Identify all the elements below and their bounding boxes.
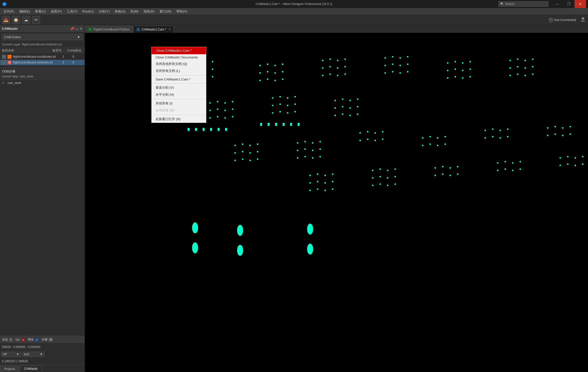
svg-point-215: [449, 167, 451, 169]
svg-point-52: [392, 71, 393, 72]
layer-name-0: flightcontrolboard-roundholes.txt: [13, 55, 63, 58]
tab-projects[interactable]: Projects: [0, 366, 19, 372]
toolbar-btn-4[interactable]: ✏: [32, 16, 40, 24]
ctx-close-others[interactable]: 关闭其他所有文档 (Q): [152, 60, 206, 67]
svg-point-51: [384, 72, 386, 74]
bottom-tabs: Projects CAMtastic: [0, 365, 85, 372]
svg-point-36: [329, 66, 331, 67]
minimize-button[interactable]: —: [551, 0, 563, 8]
svg-point-154: [192, 242, 198, 253]
svg-point-65: [462, 77, 463, 79]
ctx-open-new-window[interactable]: 在新窗口打开 (N): [152, 116, 206, 123]
svg-point-74: [532, 66, 533, 67]
svg-point-219: [449, 175, 451, 176]
svg-point-20: [267, 63, 268, 65]
ctx-merge-all: 合并所有 (M): [152, 107, 206, 114]
avatar-icon: [580, 16, 586, 22]
svg-rect-147: [275, 123, 277, 126]
drc-item[interactable]: Drc ●: [16, 338, 25, 342]
panel-pin-icon[interactable]: 📌: [70, 27, 74, 31]
svg-point-227: [512, 170, 513, 171]
network-item[interactable]: 网络 ≡: [28, 338, 38, 342]
layer-check-1[interactable]: ✓: [2, 60, 6, 64]
svg-point-207: [387, 177, 388, 179]
svg-point-211: [387, 185, 388, 186]
ctx-tile-all[interactable]: 并排所有 (I): [152, 100, 206, 107]
unit-select[interactable]: Inch ▼: [22, 352, 45, 357]
layer-check-0[interactable]: ✓: [2, 55, 6, 59]
menu-place[interactable]: 放置(P): [48, 8, 64, 15]
not-connected-status[interactable]: Not Connected: [549, 18, 576, 22]
menu-analyze[interactable]: 分析(Y): [96, 8, 112, 15]
svg-point-83: [209, 110, 211, 111]
svg-point-45: [399, 57, 401, 59]
steps-item[interactable]: 步骤 ⚙: [42, 338, 53, 342]
svg-point-100: [279, 111, 281, 112]
title-search-box[interactable]: 🔍 Search: [498, 1, 548, 7]
ctx-horizontal-split[interactable]: 水平分割 (H): [152, 91, 206, 98]
menu-tools[interactable]: 工具(T): [64, 8, 80, 15]
ctx-close-cam[interactable]: Close CAMtastic1.Cam *: [152, 47, 206, 54]
svg-point-2: [582, 17, 584, 20]
ctx-vertical-split[interactable]: 垂直分割 (V): [152, 84, 206, 91]
ctx-close-all[interactable]: 关闭所有文档 (L): [152, 67, 206, 74]
svg-point-224: [519, 161, 521, 162]
svg-point-98: [294, 103, 296, 105]
menu-window[interactable]: 窗口(W): [157, 8, 174, 15]
cam-work-item[interactable]: cam_work: [0, 80, 85, 86]
svg-point-81: [224, 102, 226, 104]
menu-help[interactable]: 帮助(H): [174, 8, 190, 15]
window-controls: — ❐ ✕: [551, 0, 586, 8]
toolbar-btn-1[interactable]: 📤: [2, 16, 10, 24]
svg-point-61: [462, 70, 463, 71]
tab-camtastic1[interactable]: C CAMtastic1.Cam * ✕: [133, 26, 174, 33]
svg-point-29: [274, 80, 276, 81]
zoom-value: 0.185530:1.798628: [2, 360, 28, 363]
svg-point-206: [379, 176, 381, 177]
current-layer: Current Layer: flightcontrolboard-slotho…: [0, 42, 85, 47]
tab-flightcontrol[interactable]: P FlightControlBoard.PcbDoc: [85, 26, 133, 33]
info-item[interactable]: 信息 ?: [2, 338, 13, 342]
tab-camtastic[interactable]: CAMtastic: [20, 366, 42, 372]
svg-point-82: [232, 101, 233, 102]
svg-point-189: [309, 175, 311, 176]
svg-point-208: [394, 176, 396, 177]
svg-point-214: [442, 166, 443, 167]
snap-select[interactable]: Off ▼: [1, 352, 21, 357]
svg-point-96: [279, 103, 281, 105]
cam-tab-close-icon[interactable]: ✕: [169, 28, 171, 31]
menu-edit[interactable]: 编辑(E): [17, 8, 33, 15]
user-avatar[interactable]: [580, 16, 586, 23]
svg-point-34: [344, 58, 346, 60]
ctx-save[interactable]: Save CAMtastic1.Cam *: [152, 76, 206, 82]
maximize-button[interactable]: ❐: [563, 0, 574, 8]
toolbar-btn-home[interactable]: 🏠: [12, 16, 20, 24]
svg-rect-145: [260, 123, 262, 126]
toolbar-btn-3[interactable]: ☁: [22, 16, 30, 24]
info-bar: 信息 ? Drc ● 网络 ≡ 步骤 ⚙: [0, 336, 85, 344]
close-button[interactable]: ✕: [574, 0, 586, 8]
panel-close-icon[interactable]: ✕: [80, 27, 83, 31]
layer-row-1[interactable]: ✓ flightcontrolboard-slotholes.txt 2 0: [0, 60, 85, 65]
svg-point-10: [212, 61, 213, 62]
menu-macro[interactable]: 宏(M): [128, 8, 141, 15]
ctx-close-documents[interactable]: Close CAMtastic! Documents: [152, 54, 206, 60]
menu-report[interactable]: 报告(R): [141, 8, 157, 15]
ctx-sep-4: [152, 115, 206, 115]
menu-file[interactable]: 文件(F): [1, 8, 17, 15]
panel-minimize-icon[interactable]: ▭: [75, 27, 79, 31]
svg-point-201: [372, 170, 373, 171]
window-title: CAMtastic1.Cam * - Altium Designer Profe…: [256, 2, 332, 6]
svg-point-218: [442, 173, 443, 175]
svg-point-50: [407, 63, 408, 65]
layer-row-0[interactable]: ✓ flightcontrolboard-roundholes.txt 1 0: [0, 54, 85, 60]
menu-rout[interactable]: Rout(U): [80, 8, 96, 15]
cam-editor-dropdown[interactable]: CAM Editor ▼: [2, 34, 83, 40]
svg-point-188: [569, 133, 571, 135]
svg-point-198: [317, 188, 318, 190]
svg-point-25: [274, 72, 276, 74]
menu-view[interactable]: 查看(V): [33, 8, 48, 15]
svg-point-195: [324, 182, 326, 184]
panel-title: CAMtastic: [2, 27, 18, 30]
menu-table[interactable]: 表格(A): [112, 8, 128, 15]
